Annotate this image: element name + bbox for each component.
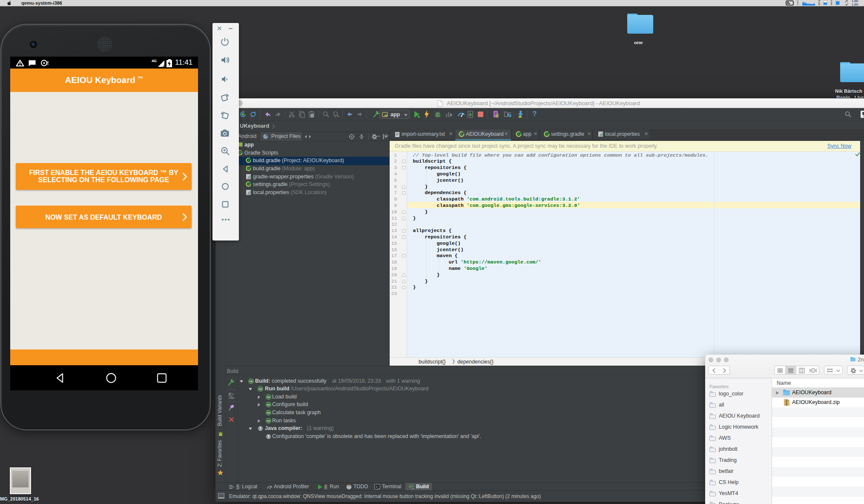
svg-text:OK: OK bbox=[267, 420, 270, 422]
svg-text:OK: OK bbox=[267, 396, 270, 398]
svg-text:10: 10 bbox=[411, 487, 414, 490]
svg-text:OK: OK bbox=[267, 404, 270, 406]
svg-text:OK: OK bbox=[267, 412, 270, 414]
svg-text:OK: OK bbox=[250, 380, 253, 383]
svg-text:OK: OK bbox=[259, 388, 262, 390]
svg-text:01: 01 bbox=[411, 484, 414, 487]
svg-text:ab: ab bbox=[230, 396, 234, 400]
svg-text:A: A bbox=[334, 115, 336, 118]
